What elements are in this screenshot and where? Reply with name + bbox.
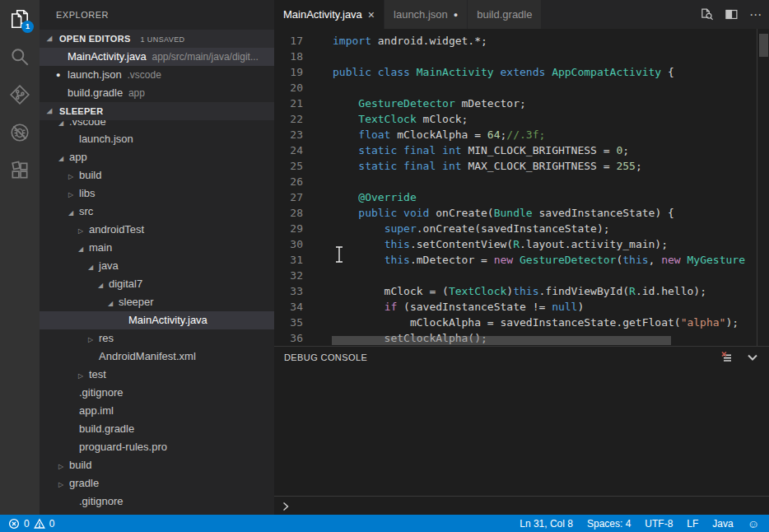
- tree-item-libs[interactable]: ▷libs: [40, 184, 274, 203]
- chevron-collapsed-icon[interactable]: ▷: [78, 222, 89, 240]
- chevron-expanded-icon[interactable]: ◢: [78, 240, 89, 259]
- code-line[interactable]: 35 mClockAlpha = savedInstanceState.getF…: [274, 315, 757, 330]
- chevron-expanded-icon[interactable]: ◢: [47, 102, 57, 120]
- chevron-expanded-icon[interactable]: ◢: [58, 150, 69, 168]
- activity-search-button[interactable]: [0, 38, 40, 76]
- chevron-collapsed-icon[interactable]: ▷: [58, 458, 69, 476]
- activity-source-control-button[interactable]: [0, 76, 40, 114]
- tree-item-main[interactable]: ◢main: [40, 239, 274, 257]
- code-line[interactable]: 25 static final int MAX_CLOCK_BRIGHTNESS…: [274, 158, 757, 174]
- vertical-scrollbar-thumb[interactable]: [759, 34, 768, 57]
- split-editor-icon[interactable]: [725, 7, 739, 21]
- code-line[interactable]: 31 this.mDetector = new GestureDetector(…: [274, 252, 757, 268]
- problems-status[interactable]: 0 0: [0, 518, 54, 530]
- line-content: public void onCreate(Bundle savedInstanc…: [333, 205, 674, 221]
- chevron-expanded-icon[interactable]: ◢: [58, 120, 69, 130]
- chevron-collapsed-icon[interactable]: ▷: [88, 331, 99, 349]
- tree-item-app-iml[interactable]: app.iml: [40, 402, 274, 420]
- tree-item-gradle[interactable]: ▷gradle: [40, 474, 274, 492]
- chevron-collapsed-icon[interactable]: ▷: [68, 168, 79, 186]
- tab-label: launch.json: [394, 8, 448, 21]
- code-line[interactable]: 28 public void onCreate(Bundle savedInst…: [274, 205, 757, 221]
- chevron-expanded-icon[interactable]: ◢: [47, 30, 57, 48]
- eol-status[interactable]: LF: [687, 518, 698, 530]
- collapse-panel-chevron-icon[interactable]: [746, 351, 759, 364]
- code-line[interactable]: 34 if (savedInstanceState != null): [274, 299, 757, 315]
- open-editor-item[interactable]: MainActivity.java app/src/main/java/digi…: [40, 48, 274, 66]
- code-line[interactable]: 17import android.widget.*;: [274, 33, 757, 49]
- chevron-collapsed-icon[interactable]: ▷: [58, 476, 69, 494]
- code-line[interactable]: 18: [274, 49, 757, 64]
- cursor-position-status[interactable]: Ln 31, Col 8: [520, 518, 573, 530]
- git-branch-icon: [9, 84, 30, 105]
- language-mode-status[interactable]: Java: [712, 518, 733, 530]
- line-number: 22: [274, 111, 303, 127]
- tab-build-gradle[interactable]: build.gradle: [468, 0, 542, 29]
- open-editor-item[interactable]: ●launch.json .vscode: [40, 66, 274, 84]
- tree-item-mainactivity-java[interactable]: MainActivity.java: [40, 311, 274, 329]
- tab-launch-json[interactable]: launch.json ●: [384, 0, 468, 29]
- activity-extensions-button[interactable]: [0, 152, 40, 189]
- encoding-status[interactable]: UTF-8: [645, 518, 673, 530]
- open-editor-item[interactable]: build.gradle app: [40, 84, 274, 102]
- code-editor[interactable]: 17import android.widget.*;1819public cla…: [274, 29, 769, 346]
- clear-console-icon[interactable]: [720, 351, 733, 364]
- chevron-expanded-icon[interactable]: ◢: [108, 295, 119, 313]
- tree-item-proguard-rules-pro[interactable]: proguard-rules.pro: [40, 438, 274, 456]
- debug-repl-input[interactable]: [274, 496, 769, 516]
- modified-dot-icon[interactable]: ●: [454, 11, 458, 19]
- feedback-smiley-icon[interactable]: ☺: [748, 518, 759, 530]
- chevron-expanded-icon[interactable]: ◢: [98, 277, 109, 295]
- chevron-expanded-icon[interactable]: ◢: [68, 204, 79, 222]
- code-line[interactable]: 32: [274, 268, 757, 283]
- close-icon[interactable]: ×: [368, 9, 375, 21]
- tree-item-test[interactable]: ▷test: [40, 366, 274, 384]
- code-line[interactable]: 26: [274, 174, 757, 189]
- tree-item-build[interactable]: ▷build: [40, 456, 274, 474]
- tree-item-res[interactable]: ▷res: [40, 329, 274, 348]
- tree-item-digital7[interactable]: ◢digital7: [40, 275, 274, 293]
- code-line[interactable]: 19public class MainActivity extends AppC…: [274, 64, 757, 80]
- activity-explorer-button[interactable]: 1: [0, 0, 40, 38]
- chevron-collapsed-icon[interactable]: ▷: [78, 367, 89, 385]
- code-line[interactable]: 27 @Override: [274, 189, 757, 205]
- tree-item-inner: proguard-rules.pro: [40, 438, 274, 456]
- chevron-expanded-icon[interactable]: ◢: [88, 259, 99, 277]
- project-section-header[interactable]: ◢ SLEEPER: [40, 102, 274, 120]
- tree-item-androidtest[interactable]: ▷androidTest: [40, 221, 274, 239]
- more-actions-icon[interactable]: ⋯: [749, 7, 762, 22]
- tree-item-java[interactable]: ◢java: [40, 257, 274, 275]
- tree-item-launch-json[interactable]: launch.json: [40, 130, 274, 148]
- tree-item-androidmanifest-xml[interactable]: AndroidManifest.xml: [40, 348, 274, 366]
- tree-item-label: main: [89, 241, 112, 254]
- code-line[interactable]: 23 float mClockAlpha = 64;//.3f;: [274, 127, 757, 142]
- open-preview-icon[interactable]: [700, 7, 714, 21]
- horizontal-scrollbar-thumb[interactable]: [332, 336, 671, 345]
- tree-item--gitignore[interactable]: .gitignore: [40, 492, 274, 511]
- code-line[interactable]: 30 this.setContentView(R.layout.activity…: [274, 236, 757, 252]
- code-line[interactable]: 33 mClock = (TextClock)this.findViewById…: [274, 283, 757, 299]
- code-line[interactable]: 24 static final int MIN_CLOCK_BRIGHTNESS…: [274, 142, 757, 158]
- tree-item-build[interactable]: ▷build: [40, 166, 274, 184]
- tree-item-label: .gitignore: [79, 386, 123, 399]
- line-number: 31: [274, 252, 303, 268]
- open-editors-header[interactable]: ◢ OPEN EDITORS1 UNSAVED: [40, 30, 274, 48]
- line-content: float mClockAlpha = 64;//.3f;: [333, 127, 545, 142]
- tree-item--vscode[interactable]: ◢.vscode: [40, 120, 274, 130]
- code-line[interactable]: 20: [274, 80, 757, 96]
- code-line[interactable]: 22 TextClock mClock;: [274, 111, 757, 127]
- code-line[interactable]: 21 GestureDetector mDetector;: [274, 96, 757, 111]
- tree-item--gitignore[interactable]: .gitignore: [40, 384, 274, 402]
- vertical-scrollbar[interactable]: [757, 29, 769, 346]
- tree-item-sleeper[interactable]: ◢sleeper: [40, 293, 274, 311]
- tree-item-app[interactable]: ◢app: [40, 148, 274, 166]
- tree-item-src[interactable]: ◢src: [40, 203, 274, 221]
- tree-item-label: proguard-rules.pro: [79, 441, 167, 453]
- tab-mainactivity[interactable]: MainActivity.java ×: [274, 0, 384, 29]
- tree-item-build-gradle[interactable]: build.gradle: [40, 420, 274, 438]
- activity-debug-button[interactable]: [0, 114, 40, 152]
- code-line[interactable]: 29 super.onCreate(savedInstanceState);: [274, 221, 757, 236]
- warning-triangle-icon: [34, 518, 45, 530]
- chevron-collapsed-icon[interactable]: ▷: [68, 186, 79, 204]
- indentation-status[interactable]: Spaces: 4: [587, 518, 631, 530]
